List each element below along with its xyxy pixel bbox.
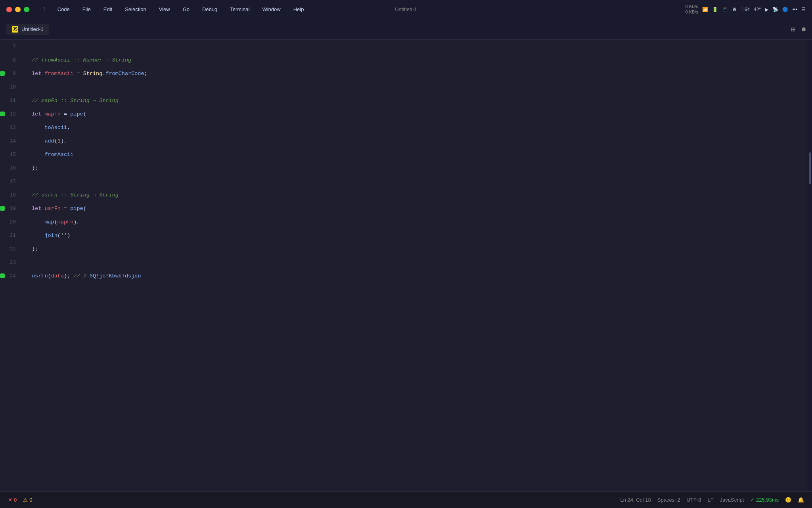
- gutter-row: 16: [0, 161, 22, 175]
- line-ending[interactable]: LF: [707, 497, 713, 503]
- gutter-row: 11: [0, 94, 22, 107]
- line-number: 17: [6, 179, 16, 185]
- maximize-button[interactable]: [24, 7, 29, 12]
- token-comment: // fromAscii :: Number → String: [32, 57, 131, 63]
- more-icon[interactable]: •••: [792, 7, 797, 12]
- menu-selection[interactable]: Selection: [123, 6, 148, 13]
- menu-debug[interactable]: Debug: [200, 6, 220, 13]
- code-line: fromAscii: [32, 148, 807, 161]
- line-number: 8: [6, 57, 16, 63]
- menu-apple[interactable]: : [40, 6, 47, 13]
- smiley-icon[interactable]: 🙂: [785, 497, 791, 503]
- code-line: toAscii,: [32, 121, 807, 134]
- token-plain: );: [64, 273, 73, 279]
- menu-file[interactable]: File: [80, 6, 93, 13]
- minimize-button[interactable]: [15, 7, 21, 12]
- token-func: pipe: [70, 111, 83, 117]
- list-icon: ☰: [801, 7, 806, 12]
- menu-window[interactable]: Window: [260, 6, 283, 13]
- bell-icon[interactable]: 🔔: [798, 497, 804, 503]
- split-editor-icon[interactable]: ⊞: [791, 25, 795, 34]
- gutter-row: 12: [0, 107, 22, 121]
- token-plain: .: [102, 71, 105, 77]
- gutter-row: 24: [0, 269, 22, 283]
- gutter-row: 19: [0, 202, 22, 215]
- temperature: 42°: [754, 7, 761, 12]
- code-line: let fromAscii = String.fromCharCode;: [32, 67, 807, 80]
- code-line: // usrFn :: String → String: [32, 188, 807, 202]
- token-plain: =: [61, 206, 70, 212]
- token-plain: (: [54, 219, 57, 225]
- breakpoint-dot[interactable]: [0, 71, 5, 76]
- editor-dot-icon: [802, 27, 806, 31]
- code-line: );: [32, 242, 807, 256]
- token-comment: // mapFn :: String → String: [32, 98, 119, 104]
- line-number: 19: [6, 206, 16, 212]
- encoding[interactable]: UTF-8: [687, 497, 701, 503]
- line-number: 15: [6, 152, 16, 158]
- menu-help[interactable]: Help: [291, 6, 306, 13]
- token-keyword: let: [32, 71, 44, 77]
- line-number: 18: [6, 192, 16, 198]
- token-var: mapFn: [57, 219, 74, 225]
- editor-tab[interactable]: JS Untitled-1: [6, 24, 49, 35]
- line-number: 22: [6, 246, 16, 252]
- gutter-row: 21: [0, 229, 22, 242]
- token-plain: (: [83, 206, 86, 212]
- play-icon: ▶: [765, 7, 768, 12]
- line-number: 13: [6, 125, 16, 131]
- traffic-lights: [6, 7, 29, 12]
- editor-toolbar: ⊞: [791, 25, 806, 34]
- code-editor[interactable]: // fromAscii :: Number → Stringlet fromA…: [29, 40, 807, 491]
- gutter-row: 9: [0, 67, 22, 80]
- gutter-row: 8: [0, 53, 22, 67]
- menu-terminal[interactable]: Terminal: [228, 6, 252, 13]
- statusbar-left: ✕ 0 ⚠ 0: [8, 497, 32, 503]
- token-plain: [32, 152, 44, 158]
- token-comment: // usrFn :: String → String: [32, 192, 119, 198]
- line-number: 14: [6, 138, 16, 144]
- menu-go[interactable]: Go: [180, 6, 192, 13]
- code-line: [32, 175, 807, 188]
- breakpoint-dot[interactable]: [0, 112, 5, 116]
- editor-scrollbar[interactable]: [807, 40, 812, 491]
- code-line: usrFn(data); // ? GQ!jo!KbwbTdsjqu: [32, 269, 807, 283]
- close-button[interactable]: [6, 7, 12, 12]
- token-inline-comment: // ?: [73, 273, 90, 279]
- scrollbar-thumb[interactable]: [809, 152, 811, 184]
- error-count[interactable]: ✕ 0: [8, 497, 17, 503]
- line-gutter: 789101112131415161718192021222324: [0, 40, 29, 491]
- token-func: join: [44, 233, 57, 239]
- warning-icon: ⚠: [23, 497, 28, 503]
- warning-count[interactable]: ⚠ 0: [23, 497, 32, 503]
- gutter-row: 7: [0, 40, 22, 53]
- gutter-row: 22: [0, 242, 22, 256]
- token-func: add: [44, 138, 54, 144]
- line-number: 16: [6, 165, 16, 171]
- language-mode[interactable]: JavaScript: [720, 497, 744, 503]
- token-func: map: [44, 219, 54, 225]
- token-func: pipe: [70, 206, 83, 212]
- token-plain: [32, 125, 44, 131]
- menu-view[interactable]: View: [157, 6, 172, 13]
- menu-edit[interactable]: Edit: [101, 6, 115, 13]
- code-line: // fromAscii :: Number → String: [32, 53, 807, 67]
- spaces-setting[interactable]: Spaces: 2: [657, 497, 680, 503]
- breakpoint-dot[interactable]: [0, 273, 5, 278]
- line-number: 9: [6, 71, 16, 77]
- menu-code[interactable]: Code: [55, 6, 72, 13]
- statusbar: ✕ 0 ⚠ 0 Ln 24, Col 18 Spaces: 2 UTF-8 LF…: [0, 491, 812, 508]
- gutter-row: 15: [0, 148, 22, 161]
- token-plain: ): [67, 233, 70, 239]
- code-line: add(1),: [32, 134, 807, 148]
- phone-icon: 📱: [722, 7, 728, 12]
- editor: 789101112131415161718192021222324 // fro…: [0, 40, 812, 491]
- js-file-icon: JS: [12, 26, 18, 33]
- code-line: join(''): [32, 229, 807, 242]
- cursor-position[interactable]: Ln 24, Col 18: [620, 497, 651, 503]
- code-line: map(mapFn),: [32, 215, 807, 229]
- titlebar-left:  Code File Edit Selection View Go Debug…: [6, 6, 306, 13]
- breakpoint-dot[interactable]: [0, 206, 5, 211]
- battery-icon: 🔋: [712, 7, 718, 12]
- gutter-row: 23: [0, 256, 22, 269]
